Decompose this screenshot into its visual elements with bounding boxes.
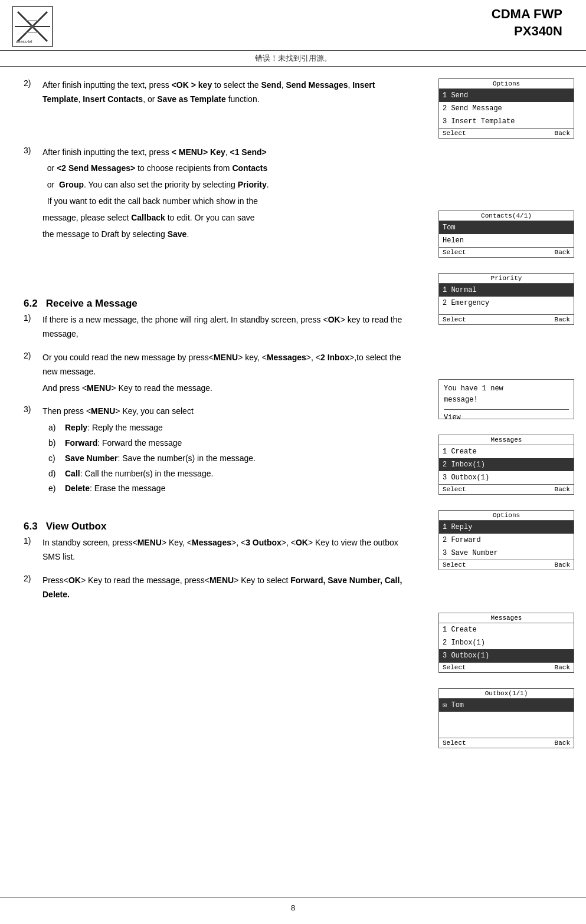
section-62: 6.2 Receive a Message 1) If there is a n… — [24, 298, 415, 497]
alpha-content-e: Delete: Erase the message — [65, 482, 165, 496]
alpha-item-d: d) Call: Call the number(s) in the messa… — [48, 467, 415, 481]
section-item-3: 3) After finish inputting the text, pres… — [24, 146, 415, 244]
section-63-item-1: 1) In standby screen, press<MENU> Key, <… — [24, 536, 415, 567]
page-number: 8 — [291, 903, 295, 912]
messages-outbox-footer: Select Back — [439, 662, 574, 672]
options-row-forward: 2 Forward — [439, 534, 574, 547]
outbox-row-empty2 — [439, 725, 574, 738]
sidebar-area: Options 1 Send 2 Send Message 3 Insert T… — [433, 67, 586, 760]
svg-text:axess·tel: axess·tel — [16, 40, 32, 44]
contacts-row-tom: Tom — [439, 221, 574, 234]
page-footer: 8 — [0, 897, 586, 918]
messages-inbox-footer: Select Back — [439, 484, 574, 494]
section-62-title: 6.2 Receive a Message — [24, 298, 415, 310]
outbox-detail-footer: Select Back — [439, 738, 574, 748]
outbox-row-empty1 — [439, 712, 574, 725]
view-label: View — [444, 409, 569, 415]
alpha-content-a: Reply: Reply the message — [65, 421, 163, 435]
contacts-row-helen: Helen — [439, 234, 574, 247]
outbox-detail-header: Outbox(1/1) — [439, 689, 574, 699]
item-content-2: After finish inputting the text, press <… — [42, 78, 415, 109]
options-row-reply: 1 Reply — [439, 521, 574, 534]
messages-row-create: 1 Create — [439, 445, 574, 458]
section-62-item-2: 2) Or you could read the new message by … — [24, 351, 415, 397]
options-row-3-insert: 3 Insert Template — [439, 115, 574, 128]
alpha-list-62: a) Reply: Reply the message b) Forward: … — [48, 421, 415, 496]
alpha-item-e: e) Delete: Erase the message — [48, 482, 415, 496]
alpha-label-a: a) — [48, 421, 65, 435]
item-content-62-3: Then press <MENU> Key, you can select a)… — [42, 405, 415, 497]
logo-area: axess·tel — [12, 6, 59, 47]
options-screen-1: Options 1 Send 2 Send Message 3 Insert T… — [438, 78, 574, 139]
footer-select: Select — [443, 249, 466, 256]
item-content-63-1: In standby screen, press<MENU> Key, <Mes… — [42, 536, 415, 567]
contacts-screen-footer: Select Back — [439, 247, 574, 257]
notification-line2: message! — [444, 394, 569, 406]
item-number-62-2: 2) — [24, 351, 42, 360]
section-63: 6.3 View Outbox 1) In standby screen, pr… — [24, 521, 415, 604]
messages-row-outbox: 3 Outbox(1) — [439, 471, 574, 484]
messages-inbox-screen: Messages 1 Create 2 Inbox(1) 3 Outbox(1)… — [438, 435, 574, 495]
section-63-item-2: 2) Press<OK> Key to read the message, pr… — [24, 574, 415, 604]
section-item-2: 2) After finish inputting the text, pres… — [24, 78, 415, 109]
item-content-3: After finish inputting the text, press <… — [42, 146, 415, 244]
footer-back: Back — [555, 739, 570, 747]
priority-screen: Priority 1 Normal 2 Emergency Select Bac… — [438, 273, 574, 325]
alpha-label-b: b) — [48, 436, 65, 451]
item-number-62-3: 3) — [24, 405, 42, 414]
priority-row-emergency: 2 Emergency — [439, 297, 574, 310]
title-area: CDMA FWPPX340N — [492, 6, 562, 40]
footer-back: Back — [555, 664, 570, 671]
footer-select: Select — [443, 486, 466, 493]
options-row-2-send-msg: 2 Send Message — [439, 102, 574, 115]
alpha-item-b: b) Forward: Forward the message — [48, 436, 415, 451]
outbox-row-tom: ✉ Tom — [439, 699, 574, 712]
notification-line1: You have 1 new — [444, 383, 569, 394]
alpha-label-c: c) — [48, 452, 65, 466]
page-title: CDMA FWPPX340N — [492, 6, 562, 40]
content-area: 2) After finish inputting the text, pres… — [0, 67, 433, 760]
section-62-item-3: 3) Then press <MENU> Key, you can select… — [24, 405, 415, 497]
section-63-title: 6.3 View Outbox — [24, 521, 415, 532]
messages-row-inbox: 2 Inbox(1) — [439, 458, 574, 471]
svg-point-5 — [31, 25, 34, 28]
alpha-item-a: a) Reply: Reply the message — [48, 421, 415, 435]
notification-screen: You have 1 new message! View — [438, 379, 574, 419]
item-number-2: 2) — [24, 78, 42, 88]
messages-outbox-row-outbox: 3 Outbox(1) — [439, 649, 574, 662]
alpha-item-c: c) Save Number: Save the number(s) in th… — [48, 452, 415, 466]
item-content-62-1: If there is a new message, the phone wil… — [42, 313, 415, 344]
item-number-62-1: 1) — [24, 313, 42, 323]
footer-select: Select — [443, 316, 466, 323]
footer-back: Back — [555, 561, 570, 568]
messages-outbox-row-create: 1 Create — [439, 623, 574, 636]
item-number-63-1: 1) — [24, 536, 42, 545]
outbox-detail-screen: Outbox(1/1) ✉ Tom Select Back — [438, 688, 574, 748]
footer-select: Select — [443, 664, 466, 671]
footer-back: Back — [555, 486, 570, 493]
priority-screen-header: Priority — [439, 274, 574, 284]
section-62-item-1: 1) If there is a new message, the phone … — [24, 313, 415, 344]
options-screen-1-footer: Select Back — [439, 128, 574, 138]
alpha-content-d: Call: Call the number(s) in the message. — [65, 467, 213, 481]
messages-outbox-row-inbox: 2 Inbox(1) — [439, 636, 574, 649]
priority-row-normal: 1 Normal — [439, 284, 574, 297]
messages-outbox-screen: Messages 1 Create 2 Inbox(1) 3 Outbox(1)… — [438, 613, 574, 673]
footer-back: Back — [555, 130, 570, 137]
error-text: 错误！未找到引用源。 — [0, 51, 586, 67]
page-body: 2) After finish inputting the text, pres… — [0, 67, 586, 760]
item-number-63-2: 2) — [24, 574, 42, 583]
footer-select: Select — [443, 561, 466, 568]
options-reply-header: Options — [439, 511, 574, 521]
footer-back: Back — [555, 316, 570, 323]
messages-outbox-header: Messages — [439, 613, 574, 623]
page-header: axess·tel CDMA FWPPX340N — [0, 0, 586, 51]
options-screen-1-header: Options — [439, 79, 574, 89]
alpha-content-c: Save Number: Save the number(s) in the m… — [65, 452, 256, 466]
options-reply-footer: Select Back — [439, 560, 574, 570]
options-row-save-number: 3 Save Number — [439, 547, 574, 560]
company-logo: axess·tel — [15, 9, 50, 44]
options-row-1-send: 1 Send — [439, 89, 574, 102]
item-content-62-2: Or you could read the new message by pre… — [42, 351, 415, 397]
logo-box: axess·tel — [12, 6, 53, 47]
